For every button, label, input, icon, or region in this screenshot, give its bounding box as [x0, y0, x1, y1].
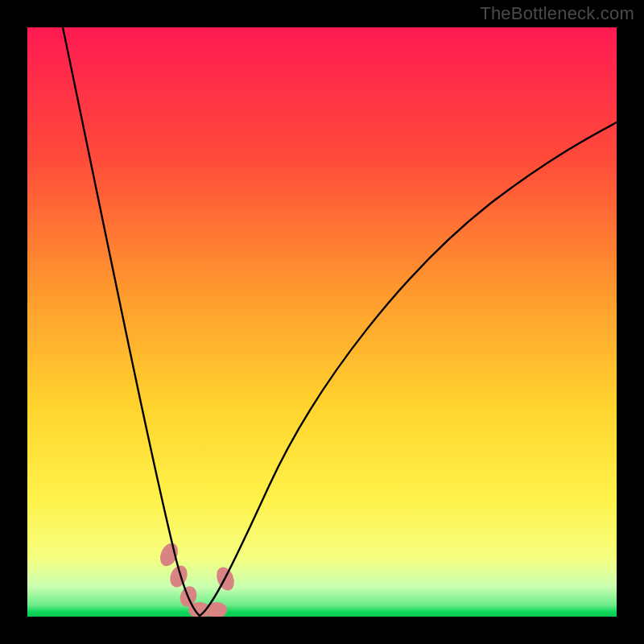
- bottleneck-curve: [27, 27, 617, 617]
- chart-frame: TheBottleneck.com: [0, 0, 644, 644]
- plot-area: [27, 27, 617, 617]
- watermark-text: TheBottleneck.com: [480, 3, 634, 24]
